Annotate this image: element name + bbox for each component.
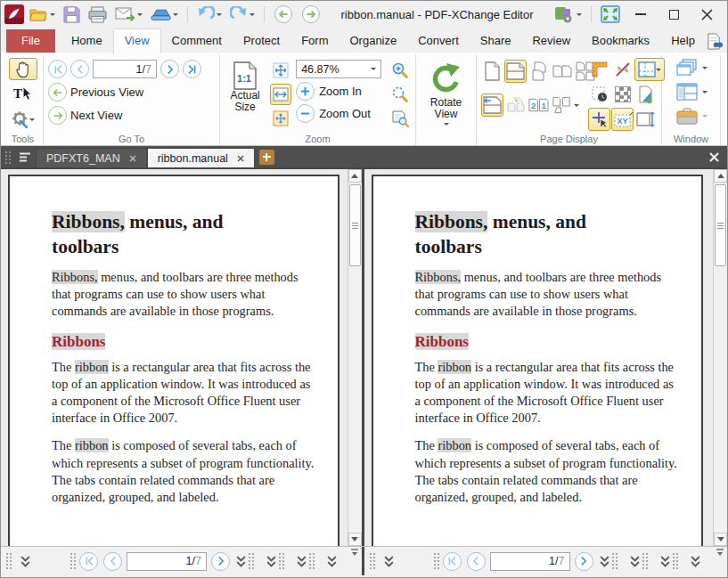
toolbar-grip-handle[interactable] [369,552,376,570]
ribbon-tab-protect[interactable]: Protect [233,29,290,53]
page-color-button[interactable] [634,83,657,106]
rotate-view-button[interactable]: Rotate View [421,58,471,133]
select-text-tool-button[interactable]: T [9,83,37,105]
split-view-button[interactable] [611,58,634,81]
ui-options-button[interactable] [551,4,585,25]
previous-view-button[interactable]: Previous View [48,83,215,102]
save-button[interactable] [61,4,83,25]
scrollbar-thumb[interactable] [349,184,361,266]
email-dropdown-caret[interactable] [137,13,143,19]
maximize-button[interactable] [658,4,689,25]
cascade-windows-button[interactable] [675,57,699,78]
measure-xy-button[interactable]: XY [611,108,634,131]
scroll-up-button[interactable] [348,169,362,183]
toolbar-dock-icon[interactable] [350,549,359,557]
scrollbar-thumb[interactable] [715,184,726,266]
tile-windows-caret[interactable] [702,91,708,96]
toolbar-grip-handle[interactable] [5,552,12,570]
ribbon-tab-share[interactable]: Share [470,29,522,53]
fit-visible-button[interactable] [270,108,291,129]
toolbar-grip-handle[interactable] [433,552,440,570]
ribbon-tab-view[interactable]: View [113,28,161,53]
toolbar-overflow-chevron-icon[interactable] [630,556,640,567]
toolbar-overflow-chevron-icon[interactable] [660,556,670,567]
pan-zoom-button[interactable] [389,108,411,129]
document-list-button[interactable] [14,146,36,167]
toolbar-grip-handle[interactable] [672,552,679,570]
toolbar-overflow-chevron-icon[interactable] [691,556,700,567]
first-page-button[interactable] [48,60,67,78]
forward-view-button[interactable] [299,3,323,26]
ribbon-tab-home[interactable]: Home [61,29,113,53]
page-canvas[interactable]: Ribbons, menus, and toolbars Ribbons, me… [364,169,714,546]
ribbon-tab-bookmarks[interactable]: Bookmarks [581,29,660,53]
ribbon-tab-convert[interactable]: Convert [407,29,470,53]
page-size-button[interactable] [634,108,657,131]
doc-tab-ribbon-manual[interactable]: ribbon.manual [147,148,255,167]
guides-button[interactable] [634,58,665,81]
zoom-tool-button[interactable] [389,60,411,81]
print-button[interactable] [86,4,110,25]
ribbon-tab-review[interactable]: Review [521,29,581,53]
right-to-left-button[interactable]: 21 [528,94,550,117]
snap-button[interactable] [588,83,610,106]
pdf-page[interactable]: Ribbons, menus, and toolbars Ribbons, me… [8,175,339,546]
toolbar-grip-handle[interactable] [642,552,649,570]
next-page-button[interactable] [160,60,179,78]
toolbar-overflow-chevron-icon[interactable] [20,556,30,567]
actual-size-button[interactable]: 1:1 Actual Size [225,58,266,131]
scroll-down-button[interactable] [348,533,362,546]
toolbar-overflow-chevron-icon[interactable] [327,556,337,567]
zoom-out-button[interactable]: Zoom Out [296,104,385,123]
tabbar-grip-handle[interactable] [4,151,12,164]
new-tab-button[interactable] [259,150,274,165]
email-button[interactable] [112,5,145,24]
doc-tab-close-icon[interactable] [129,155,136,162]
toolbar-grip-handle[interactable] [611,552,618,570]
redo-button[interactable] [227,4,258,24]
two-page-view-button[interactable] [504,60,527,83]
loupe-tool-button[interactable] [389,84,411,105]
continuous-view-button[interactable] [528,60,550,83]
guides-caret[interactable] [656,69,661,74]
toolbar-overflow-chevron-icon[interactable] [297,556,307,567]
first-page-button[interactable] [79,552,98,571]
show-cover-page-button[interactable] [481,94,503,117]
toolbar-grip-handle[interactable] [248,552,255,570]
ui-options-dropdown-caret[interactable] [577,13,582,19]
split-pages-button[interactable] [504,94,527,117]
two-page-continuous-button[interactable] [551,60,573,83]
doc-tab-close-icon[interactable] [237,155,244,162]
close-button[interactable] [691,4,722,25]
pdf-page[interactable]: Ribbons, menus, and toolbars Ribbons, me… [372,175,703,546]
zoom-in-button[interactable]: Zoom In [296,82,385,101]
doc-tab-pdfxt6-man[interactable]: PDFXT6_MAN [36,148,147,167]
ribbon-tab-organize[interactable]: Organize [339,29,407,53]
toolbar-overflow-chevron-icon[interactable] [236,556,246,567]
next-view-button[interactable]: Next View [48,106,215,125]
toolbar-overflow-chevron-icon[interactable] [384,556,394,567]
toolbar-grip-handle[interactable] [70,552,77,570]
page-canvas[interactable]: Ribbons, menus, and toolbars Ribbons, me… [1,169,348,546]
single-page-button[interactable] [481,60,503,83]
toolbar-grip-handle[interactable] [278,552,285,570]
vertical-scrollbar[interactable] [348,169,362,546]
page-number-field[interactable]: 1/7 [127,552,207,571]
tool-options-button[interactable] [9,109,37,131]
minimize-button[interactable] [626,4,656,25]
crosshair-cursor-button[interactable] [588,108,610,131]
zoom-level-combo[interactable]: 46.87% [296,60,381,78]
open-dropdown-caret[interactable] [50,13,55,19]
layout-options-button[interactable] [551,94,573,117]
first-page-button[interactable] [443,552,462,571]
toolbar-overflow-chevron-icon[interactable] [600,556,609,567]
ribbon-tab-help[interactable]: Help [660,29,706,53]
find-document-icon[interactable] [706,33,723,50]
scroll-down-button[interactable] [714,533,727,546]
fit-page-button[interactable] [270,60,291,81]
transparency-grid-button[interactable] [611,83,634,106]
toolbox-button[interactable] [675,105,699,126]
toolbar-grip-handle[interactable] [308,552,315,570]
fullscreen-button[interactable] [598,4,623,25]
last-page-button[interactable] [183,60,201,78]
